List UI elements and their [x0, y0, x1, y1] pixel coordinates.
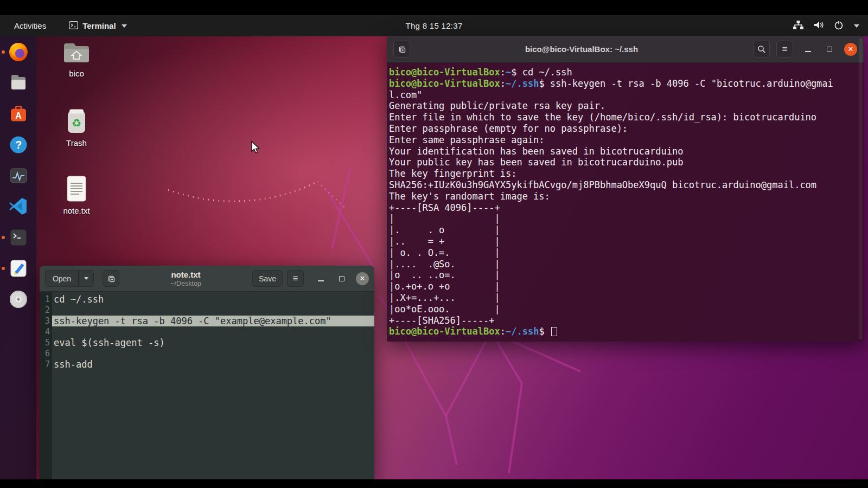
terminal-line: The key fingerprint is:: [389, 168, 864, 179]
terminal-line: |o.+o+.o +o |: [389, 281, 864, 292]
dock: A?: [0, 36, 36, 479]
mouse-cursor: [251, 141, 263, 156]
volume-icon[interactable]: [813, 20, 825, 31]
dock-item-files[interactable]: [0, 67, 36, 98]
terminal-line: +----[RSA 4096]----+: [389, 202, 864, 214]
editor-line-selected: ssh-keygen -t rsa -b 4096 -C "example@ex…: [52, 316, 374, 326]
chevron-down-icon: [84, 277, 88, 280]
dock-item-help[interactable]: ?: [0, 129, 36, 160]
terminal-line: |.. = + |: [389, 236, 864, 247]
terminal-line: l.com": [389, 89, 864, 101]
terminal-line: |o .. ..o=. |: [389, 269, 864, 281]
dock-item-terminal[interactable]: [0, 222, 36, 253]
new-document-button[interactable]: [103, 270, 119, 287]
save-label: Save: [259, 274, 276, 283]
search-icon: [757, 45, 766, 54]
document-title: note.txt: [124, 270, 248, 279]
running-indicator: [2, 50, 5, 54]
desktop-icon-label: bico: [69, 69, 84, 78]
clock[interactable]: Thg 8 15 12:37: [0, 21, 868, 30]
document-path: ~/Desktop: [124, 280, 248, 287]
vscode-icon: [8, 196, 28, 216]
running-indicator: [2, 236, 5, 239]
terminal-line: +----[SHA256]-----+: [389, 315, 864, 326]
terminal-line: |.X+=...+... |: [389, 292, 864, 304]
terminal-headerbar: bico@bico-VirtualBox: ~/.ssh ≡ ✕: [387, 36, 864, 63]
screen: bico♻Trashnote.txt Activities Terminal T…: [0, 0, 868, 488]
files-icon: [9, 74, 28, 92]
editor-area[interactable]: 1234567 cd ~/.sshssh-keygen -t rsa -b 40…: [40, 292, 374, 479]
maximize-icon: [827, 47, 832, 52]
gedit-headerbar: Open note.txt ~/Desktop Save ≡: [40, 266, 374, 292]
close-icon: ✕: [848, 46, 854, 53]
editor-line: [52, 326, 374, 337]
maximize-icon: [339, 276, 344, 281]
network-icon[interactable]: [793, 20, 804, 31]
dock-item-ubuntu-software[interactable]: A: [0, 98, 36, 129]
editor-line: ssh-add: [52, 359, 374, 370]
close-button[interactable]: ✕: [356, 272, 369, 285]
gedit-title: note.txt ~/Desktop: [124, 270, 248, 287]
dock-item-vscode[interactable]: [0, 191, 36, 222]
close-button[interactable]: ✕: [844, 43, 857, 56]
line-number: 2: [40, 305, 50, 316]
firefox-icon: [8, 42, 29, 62]
minimize-button[interactable]: [314, 272, 328, 286]
line-number: 7: [40, 359, 50, 370]
dock-item-firefox[interactable]: [0, 36, 36, 67]
terminal-line: Enter passphrase (empty for no passphras…: [389, 123, 864, 134]
text-editor-icon: [9, 259, 28, 278]
desktop-icon-Trash[interactable]: ♻Trash: [56, 107, 97, 147]
terminal-scrollbar[interactable]: [859, 38, 863, 339]
terminal-output[interactable]: bico@bico-VirtualBox:~$ cd ~/.sshbico@bi…: [387, 63, 864, 342]
trash-icon: ♻: [64, 107, 89, 137]
power-icon[interactable]: [834, 20, 844, 31]
disc-icon: [9, 290, 28, 309]
dock-item-text-editor[interactable]: [0, 253, 36, 284]
editor-line: [52, 348, 374, 359]
open-label: Open: [53, 274, 71, 283]
line-number: 4: [40, 326, 50, 337]
svg-text:?: ?: [15, 139, 21, 151]
search-button[interactable]: [753, 41, 770, 57]
editor-line: [52, 305, 374, 316]
desktop-icon-note-txt[interactable]: note.txt: [56, 175, 97, 215]
dock-item-system-monitor[interactable]: [0, 160, 36, 191]
line-number-gutter: 1234567: [40, 292, 52, 479]
terminal-line: | |: [389, 213, 864, 224]
terminal-line: |oo*oE.ooo. |: [389, 304, 864, 315]
terminal-line: bico@bico-VirtualBox:~/.ssh$ ssh-keygen …: [389, 78, 864, 89]
desktop-icon-bico[interactable]: bico: [56, 41, 97, 78]
editor-line: eval $(ssh-agent -s): [52, 337, 374, 348]
open-button[interactable]: Open: [45, 270, 79, 287]
ubuntu-software-icon: A: [9, 104, 28, 124]
open-dropdown-button[interactable]: [79, 270, 94, 287]
line-number: 1: [40, 294, 50, 305]
minimize-icon: [318, 280, 324, 281]
line-number: 6: [40, 348, 50, 359]
line-number: 5: [40, 337, 50, 348]
gedit-menu-button[interactable]: ≡: [287, 270, 304, 287]
top-panel: Activities Terminal Thg 8 15 12:37: [0, 15, 868, 36]
text-file-icon: [65, 175, 88, 204]
terminal-menu-button[interactable]: ≡: [776, 41, 793, 57]
save-button[interactable]: Save: [252, 270, 283, 287]
terminal-line: bico@bico-VirtualBox:~/.ssh$: [389, 326, 864, 337]
editor-text[interactable]: cd ~/.sshssh-keygen -t rsa -b 4096 -C "e…: [52, 292, 374, 479]
terminal-window: bico@bico-VirtualBox: ~/.ssh ≡ ✕ bico@bi…: [387, 36, 864, 342]
terminal-line: Your public key has been saved in bicotr…: [389, 157, 864, 168]
dock-item-disc[interactable]: [0, 284, 36, 314]
new-tab-button[interactable]: [393, 41, 410, 57]
chevron-down-icon[interactable]: [854, 24, 859, 28]
terminal-line: |.... .@So. |: [389, 259, 864, 270]
terminal-line: bico@bico-VirtualBox:~$ cd ~/.ssh: [389, 67, 864, 78]
maximize-button[interactable]: [335, 272, 349, 286]
terminal-title-text: bico@bico-VirtualBox: ~/.ssh: [410, 44, 753, 54]
maximize-button[interactable]: [822, 42, 837, 56]
desktop-icon-label: Trash: [66, 138, 87, 147]
new-tab-icon: [107, 274, 116, 283]
hamburger-icon: ≡: [293, 274, 298, 283]
system-monitor-icon: [9, 167, 28, 184]
minimize-button[interactable]: [801, 42, 815, 56]
terminal-line: The key's randomart image is:: [389, 191, 864, 202]
